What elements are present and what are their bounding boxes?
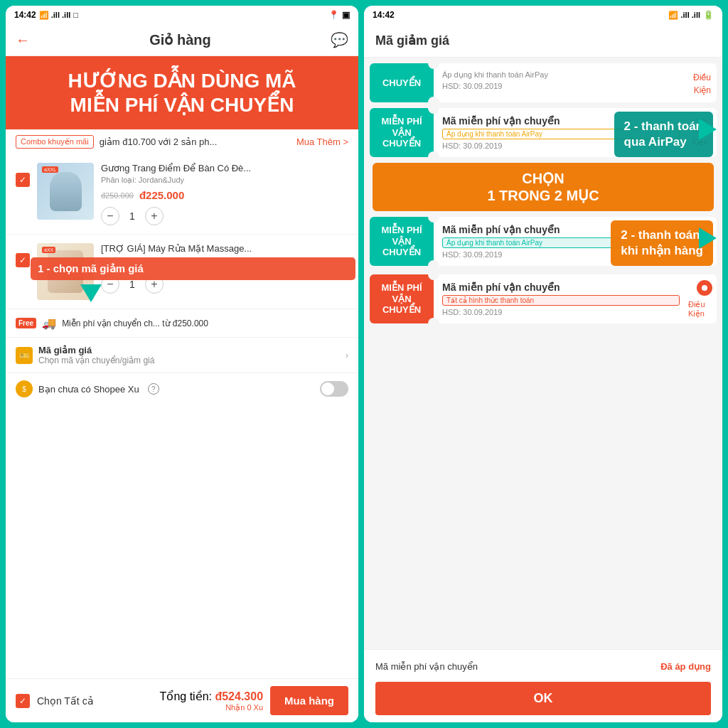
voucher-arrow-icon: › xyxy=(346,350,348,360)
screen-icon-left: □ xyxy=(73,11,78,19)
location-icon: 📍 xyxy=(328,10,339,20)
voucher-list-wrapper: CHUYỂN Áp dụng khi thanh toán AirPay HSD… xyxy=(364,58,722,649)
svg-marker-2 xyxy=(699,228,717,249)
qty-value-1: 1 xyxy=(125,210,139,222)
app-container: 14:42 📶 .ill .ill □ 📍 ▣ ← Giỏ hàng 💬 HƯỚ… xyxy=(0,0,728,728)
buy-button[interactable]: Mua hàng xyxy=(270,686,348,715)
voucher-top-text-1: Áp dụng khi thanh toán AirPay xyxy=(442,70,680,80)
promo-banner: HƯỚNG DẪN DÙNG MÃ MIỄN PHÍ VẬN CHUYỂN xyxy=(6,56,358,129)
footer-bar: ✓ Chọn Tất cả Tổng tiền: đ524.300 Nhận 0… xyxy=(6,678,358,722)
product-variant-1: Phân loại: Jordan&Judy xyxy=(101,176,348,185)
products-area: ✓ aXXL Gương Trang Điểm Để Bàn Có Đè... … xyxy=(6,154,358,678)
xu-icon: $ xyxy=(16,380,33,397)
page-title-right: Mã giảm giá xyxy=(375,33,449,48)
combo-bar: Combo khuyến mãi giảm đ10.700 với 2 sản … xyxy=(6,129,358,154)
back-button[interactable]: ← xyxy=(16,32,30,48)
qty-increase-1[interactable]: + xyxy=(145,207,164,225)
chat-icon[interactable]: 💬 xyxy=(331,31,348,48)
combo-text: giảm đ10.700 với 2 sản ph... xyxy=(100,136,218,147)
left-panel: 14:42 📶 .ill .ill □ 📍 ▣ ← Giỏ hàng 💬 HƯỚ… xyxy=(6,6,358,722)
mirror-shape: aXXL xyxy=(41,165,90,218)
voucher-body-4: Mã miễn phí vận chuyển Tất cả hình thức … xyxy=(434,274,688,323)
voucher-hsd-1: HSD: 30.09.2019 xyxy=(442,82,680,90)
product-item-2: ✓ aXX [TRỢ GIÁ] Máy Rửa Mặt Massage... −… xyxy=(6,235,358,309)
qty-decrease-1[interactable]: − xyxy=(101,207,119,225)
free-badge: Free xyxy=(16,318,36,328)
battery-left: ▣ xyxy=(342,10,350,20)
applied-row: Mã miễn phí vận chuyển Đã áp dụng xyxy=(375,657,711,676)
voucher-right-4: Điều Kiện xyxy=(688,274,717,323)
combo-more-link[interactable]: Mua Thêm > xyxy=(296,136,348,147)
voucher-left-1: CHUYỂN xyxy=(370,63,434,102)
footer-total-price: đ524.300 xyxy=(215,690,263,702)
voucher-left-3: MIỄN PHÍ VẬN CHUYỂN xyxy=(370,217,434,266)
teal-arrow-right-1 xyxy=(692,115,720,146)
time-right: 14:42 xyxy=(373,10,395,20)
voucher-left-2: MIỄN PHÍ VẬN CHUYỂN xyxy=(370,108,434,157)
voucher-dieukien-4[interactable]: Điều Kiện xyxy=(688,300,712,318)
teal-arrow-right-2 xyxy=(692,224,720,255)
time-left: 14:42 xyxy=(14,10,36,20)
voucher-icon: 🎫 xyxy=(16,347,33,364)
status-bar-left: 14:42 📶 .ill .ill □ 📍 ▣ xyxy=(6,6,358,24)
footer-total-section: Tổng tiền: đ524.300 Nhận 0 Xu xyxy=(160,690,263,712)
voucher-right-1: Điều Kiện xyxy=(688,63,717,102)
price-row-1: đ250.000 đ225.000 xyxy=(101,189,348,201)
price-current-1: đ225.000 xyxy=(139,189,184,201)
applied-label: Mã miễn phí vận chuyển xyxy=(375,661,478,672)
footer-xu: Nhận 0 Xu xyxy=(160,703,263,712)
right-panel: 14:42 📶 .ill .ill 🔋 Mã giảm giá CHUYỂN Á… xyxy=(364,6,722,722)
voucher-tag-4: Tất cả hình thức thanh toán xyxy=(442,295,680,306)
voucher-card-2-wrapper: MIỄN PHÍ VẬN CHUYỂN Mã miễn phí vận chuy… xyxy=(370,108,717,157)
product-info-1: Gương Trang Điểm Để Bàn Có Đè... Phân lo… xyxy=(101,163,348,225)
question-icon[interactable]: ? xyxy=(148,383,159,395)
xu-toggle[interactable] xyxy=(320,381,348,397)
product-name-1: Gương Trang Điểm Để Bàn Có Đè... xyxy=(101,163,348,173)
voucher-sublabel: Chọn mã vận chuyển/giảm giá xyxy=(38,355,340,365)
footer-checkbox[interactable]: ✓ xyxy=(16,694,30,708)
voucher-body-1: Áp dụng khi thanh toán AirPay HSD: 30.09… xyxy=(434,63,688,102)
signal-icons-left: 📶 .ill .ill xyxy=(39,11,71,20)
voucher-hsd-4: HSD: 30.09.2019 xyxy=(442,308,680,316)
voucher-text: Mã giảm giá Chọn mã vận chuyển/giảm giá xyxy=(38,345,340,365)
price-original-1: đ250.000 xyxy=(101,191,134,200)
product-checkbox-2[interactable]: ✓ xyxy=(16,253,30,267)
voucher-list: CHUYỂN Áp dụng khi thanh toán AirPay HSD… xyxy=(364,58,722,329)
top-nav-left: ← Giỏ hàng 💬 xyxy=(6,24,358,56)
product-name-2: [TRỢ GIÁ] Máy Rửa Mặt Massage... xyxy=(101,243,348,254)
top-nav-right: Mã giảm giá xyxy=(364,24,722,58)
voucher-dieukien-1[interactable]: Điều Kiện xyxy=(693,73,711,95)
signal-icons-right: 📶 .ill .ill xyxy=(668,11,700,20)
callout-chon: CHỌN 1 TRONG 2 MỤC xyxy=(373,163,714,211)
status-bar-right: 14:42 📶 .ill .ill 🔋 xyxy=(364,6,722,24)
voucher-card-4[interactable]: MIỄN PHÍ VẬN CHUYỂN Mã miễn phí vận chuy… xyxy=(370,274,717,323)
product-badge-2: aXX xyxy=(42,247,55,253)
radio-4[interactable] xyxy=(697,280,712,296)
page-title-left: Giỏ hàng xyxy=(149,31,210,48)
product-checkbox-1[interactable]: ✓ xyxy=(16,173,30,187)
applied-value: Đã áp dụng xyxy=(660,661,711,672)
teal-arrow-down xyxy=(77,277,105,309)
voucher-left-4: MIỄN PHÍ VẬN CHUYỂN xyxy=(370,274,434,323)
ok-button[interactable]: OK xyxy=(375,682,711,715)
promo-text-line1: HƯỚNG DẪN DÙNG MÃ xyxy=(20,69,344,93)
voucher-card-3-wrapper: MIỄN PHÍ VẬN CHUYỂN Mã miễn phí vận chuy… xyxy=(370,217,717,266)
truck-icon: 🚚 xyxy=(42,316,56,330)
voucher-row[interactable]: 🎫 Mã giảm giá Chọn mã vận chuyển/giảm gi… xyxy=(6,338,358,373)
voucher-title-4: Mã miễn phí vận chuyển xyxy=(442,282,680,293)
mirror-visual xyxy=(50,172,82,211)
product-item-1: ✓ aXXL Gương Trang Điểm Để Bàn Có Đè... … xyxy=(6,154,358,235)
xu-text: Bạn chưa có Shopee Xu xyxy=(38,384,139,395)
voucher-card-1[interactable]: CHUYỂN Áp dụng khi thanh toán AirPay HSD… xyxy=(370,63,717,102)
shipping-text: Miễn phí vận chuyển ch... từ đ250.000 xyxy=(62,318,208,328)
combo-tag: Combo khuyến mãi xyxy=(16,135,94,149)
product-image-1: aXXL xyxy=(37,163,94,220)
voucher-label: Mã giảm giá xyxy=(38,345,340,355)
footer-total-label: Tổng tiền: đ524.300 xyxy=(160,690,263,703)
footer-select-all[interactable]: Chọn Tất cả xyxy=(37,695,94,707)
svg-marker-1 xyxy=(699,119,717,140)
right-bottom: Mã miễn phí vận chuyển Đã áp dụng OK xyxy=(364,649,722,722)
shipping-row: Free 🚚 Miễn phí vận chuyển ch... từ đ250… xyxy=(6,309,358,338)
qty-control-1: − 1 + xyxy=(101,207,348,225)
product-badge-1: aXXL xyxy=(42,166,58,173)
